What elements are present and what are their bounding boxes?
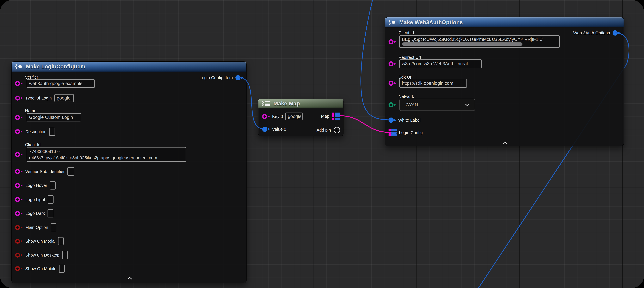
unreal-blueprint-editor: Make LoginConfigItem Login Config Item V… [0,0,644,288]
pin-row-logo-hover: Logo Hover [15,181,56,189]
logo-dark-input[interactable] [48,209,53,217]
pin-row-verifier-sub-identifier: Verifier Sub Identifier [15,167,74,176]
node-make-web3authoptions[interactable]: Make Web3AuthOptions Web 3Auth Options C… [385,17,624,146]
input-pin-verifier-sub-identifier[interactable] [15,169,23,174]
make-struct-icon [388,19,396,26]
pin-row-client-id: 774338308167- q463s7kpvja16l4l0kko3nb925… [15,147,186,162]
input-pin-description[interactable] [15,129,23,134]
pin-label-client-id: Client Id [25,142,40,147]
pin-row-show-on-mobile: Show On Mobile [15,264,65,273]
pin-label: Show On Modal [25,238,56,244]
client-id-input[interactable]: 774338308167- q463s7kpvja16l4l0kko3nb925… [26,147,186,162]
pin-label: Verifier Sub Identifier [25,169,65,174]
text-scrollbar[interactable] [402,43,522,46]
pin-row-network: CYAN [388,99,475,111]
input-pin-sdk-url[interactable] [388,81,396,86]
chevron-up-icon [502,142,508,145]
client-id-text: BEglQSgt4cUWcj6SKRdu5QkOXTsePmMcusG5EAoy… [402,37,543,42]
pin-label: Logo Hover [25,183,47,188]
collapse-node-button[interactable] [126,276,133,280]
chevron-down-icon [465,103,470,106]
graph-canvas[interactable]: Make LoginConfigItem Login Config Item V… [0,0,644,288]
pin-row-main-option: Main Option [15,223,56,231]
input-pin-show-on-desktop[interactable] [15,252,23,257]
network-dropdown[interactable]: CYAN [399,99,475,111]
pin-row-login-config: Login Config [388,129,423,137]
pin-row-show-on-modal: Show On Modal [15,237,64,245]
input-pin-name[interactable] [15,115,23,120]
input-pin-client-id[interactable] [388,39,396,44]
pin-label: Description [25,129,46,134]
node-make-map[interactable]: Make Map Key 0 google Map Value 0 Add pi… [258,99,344,136]
pin-row-redirect-url: w3a://com.w3a.Web3AuthUnreal [388,59,482,68]
pin-label: White Label [398,117,420,123]
pin-label-network: Network [398,94,414,99]
node-make-loginconfigitem[interactable]: Make LoginConfigItem Login Config Item V… [12,62,246,283]
show-on-modal-checkbox[interactable] [58,237,64,245]
make-map-icon [262,100,270,107]
pin-row-logo-light: Logo Light [15,195,54,204]
node-header[interactable]: Make Web3AuthOptions [385,18,624,27]
wire-map-to-loginconfig[interactable] [340,116,389,132]
type-of-login-input[interactable]: google [54,94,74,102]
node-title: Make Map [274,101,300,107]
pin-row-login-config-item-out: Login Config Item [200,74,243,81]
input-pin-main-option[interactable] [15,225,23,230]
node-title: Make Web3AuthOptions [399,19,463,26]
verifier-input[interactable]: web3auth-google-example [26,79,95,88]
pin-label: Type Of Login [25,95,52,101]
pin-label: Map [321,113,329,119]
input-pin-show-on-mobile[interactable] [15,266,23,271]
client-id-input[interactable]: BEglQSgt4cUWcj6SKRdu5QkOXTsePmMcusG5EAoy… [399,36,560,48]
input-pin-type-of-login[interactable] [15,96,23,101]
sdk-url-input[interactable]: https://sdk.openlogin.com [399,79,467,88]
input-pin-redirect-url[interactable] [388,61,396,66]
redirect-url-input[interactable]: w3a://com.w3a.Web3AuthUnreal [399,59,482,68]
pin-label-client-id: Client Id [398,30,414,36]
input-pin-logo-hover[interactable] [15,183,23,188]
pin-row-verifier: web3auth-google-example [15,79,95,88]
input-pin-verifier[interactable] [15,81,23,86]
pin-label: Login Config [399,130,423,135]
input-pin-logo-light[interactable] [15,197,23,202]
logo-hover-input[interactable] [50,181,56,189]
show-on-mobile-checkbox[interactable] [59,264,65,273]
pin-label: Show On Desktop [25,252,60,258]
verifier-sub-identifier-input[interactable] [67,167,74,176]
pin-row-key0: Key 0 google [262,113,302,120]
client-id-line1: 774338308167- [29,148,60,155]
input-pin-login-config[interactable] [388,129,396,136]
name-input[interactable]: Google Custom Login [26,113,81,121]
collapse-node-button[interactable] [502,141,508,145]
pin-row-type-of-login: Type Of Login google [15,94,74,102]
pin-row-web3auth-options-out: Web 3Auth Options [573,30,620,36]
node-title: Make LoginConfigItem [26,64,86,70]
pin-label: Key 0 [272,114,283,119]
show-on-desktop-checkbox[interactable] [62,251,68,259]
pin-row-description: Description [15,128,55,136]
input-pin-client-id[interactable] [15,152,23,157]
main-option-checkbox[interactable] [51,223,56,231]
input-pin-key0[interactable] [262,114,270,119]
pin-label-verifier: Verifier [25,74,38,80]
input-pin-show-on-modal[interactable] [15,239,23,244]
node-header[interactable]: Make LoginConfigItem [12,62,246,72]
pin-row-white-label: White Label [388,116,420,124]
pin-label: Logo Dark [25,211,45,216]
output-pin-map[interactable] [332,113,340,120]
add-pin-button[interactable]: Add pin [316,126,340,134]
pin-label: Login Config Item [200,75,233,81]
input-pin-network[interactable] [388,102,396,107]
network-selected-value: CYAN [406,102,418,107]
chevron-up-icon [127,277,132,280]
description-input[interactable] [49,128,55,136]
key0-input[interactable]: google [285,113,302,120]
input-pin-logo-dark[interactable] [15,211,23,216]
client-id-line2: q463s7kpvja16l4l0kko3nb925ikds2p.apps.go… [29,155,157,161]
plus-circle-icon [333,126,340,134]
pin-row-sdk-url: https://sdk.openlogin.com [388,79,467,88]
logo-light-input[interactable] [48,195,54,204]
node-header[interactable]: Make Map [258,99,343,108]
add-pin-label: Add pin [316,127,331,133]
pin-row-client-id: BEglQSgt4cUWcj6SKRdu5QkOXTsePmMcusG5EAoy… [388,36,560,48]
